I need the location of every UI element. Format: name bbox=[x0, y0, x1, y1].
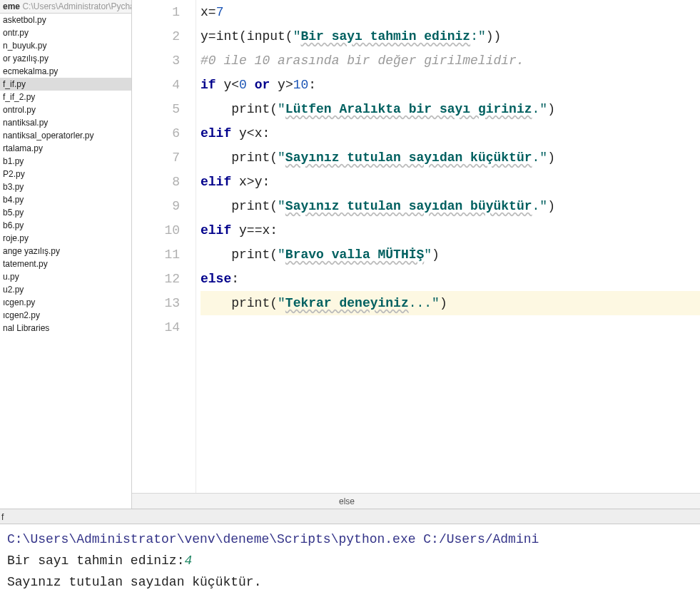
code-line[interactable]: y=int(input("Bir sayı tahmin ediniz:")) bbox=[201, 24, 700, 49]
console-user-input: 4 bbox=[184, 554, 192, 568]
file-item[interactable]: u.py bbox=[0, 270, 131, 283]
run-tab-bar[interactable]: f bbox=[0, 509, 700, 524]
code-line[interactable]: elif y==x: bbox=[201, 218, 700, 243]
project-sidebar: eme C:\Users\Administrator\Pycha asketbo… bbox=[0, 0, 132, 509]
file-item[interactable]: ontr.py bbox=[0, 26, 131, 39]
code-line[interactable]: #0 ile 10 arasında bir değer girilmelidi… bbox=[201, 49, 700, 73]
file-item[interactable]: ontrol.py bbox=[0, 103, 131, 116]
console-prompt: Bir sayı tahmin ediniz: bbox=[7, 554, 184, 568]
code-line[interactable]: print("Tekrar deneyiniz...") bbox=[201, 291, 700, 315]
code-line[interactable]: else: bbox=[201, 267, 700, 291]
file-item[interactable]: b6.py bbox=[0, 219, 131, 232]
console-output-line: Sayınız tutulan sayıdan küçüktür. bbox=[7, 571, 693, 593]
editor-area: 1234567891011121314 x=7y=int(input("Bir … bbox=[132, 0, 700, 509]
file-item[interactable]: P2.py bbox=[0, 168, 131, 180]
line-number: 12 bbox=[132, 267, 180, 291]
console-output[interactable]: C:\Users\Administrator\venv\deneme\Scrip… bbox=[0, 524, 700, 607]
line-number: 5 bbox=[132, 97, 180, 121]
code-line[interactable]: elif y<x: bbox=[201, 121, 700, 146]
code-line[interactable]: if y<0 or y>10: bbox=[201, 73, 700, 97]
project-path: C:\Users\Administrator\Pycha bbox=[22, 1, 132, 11]
code-line[interactable] bbox=[201, 315, 700, 340]
line-number: 1 bbox=[132, 0, 180, 24]
code-line[interactable]: x=7 bbox=[201, 0, 700, 24]
file-item[interactable]: nantiksal.py bbox=[0, 116, 131, 129]
console-prompt-line: Bir sayı tahmin ediniz:4 bbox=[7, 550, 693, 571]
file-item[interactable]: or yazılış.py bbox=[0, 52, 131, 65]
line-number: 2 bbox=[132, 24, 180, 49]
code-line[interactable]: print("Bravo valla MÜTHİŞ") bbox=[201, 243, 700, 267]
code-content[interactable]: x=7y=int(input("Bir sayı tahmin ediniz:"… bbox=[196, 0, 700, 493]
console-command: C:\Users\Administrator\venv\deneme\Scrip… bbox=[7, 529, 693, 550]
file-item[interactable]: ıcgen2.py bbox=[0, 309, 131, 322]
code-line[interactable]: print("Sayınız tutulan sayıdan büyüktür.… bbox=[201, 194, 700, 218]
code-editor[interactable]: 1234567891011121314 x=7y=int(input("Bir … bbox=[132, 0, 700, 493]
breadcrumb-item[interactable]: else bbox=[339, 496, 355, 506]
project-name: eme bbox=[3, 1, 20, 11]
sidebar-header: eme C:\Users\Administrator\Pycha bbox=[0, 0, 131, 14]
line-number: 14 bbox=[132, 315, 180, 340]
breadcrumb-bar[interactable]: else bbox=[132, 493, 700, 509]
code-line[interactable]: elif x>y: bbox=[201, 170, 700, 194]
file-item[interactable]: f_if_2.py bbox=[0, 91, 131, 103]
file-item[interactable]: nantiksal_operatorler.py bbox=[0, 129, 131, 142]
file-item[interactable]: nal Libraries bbox=[0, 322, 131, 335]
line-number: 10 bbox=[132, 218, 180, 243]
file-item[interactable]: b4.py bbox=[0, 193, 131, 206]
file-item[interactable]: f_if.py bbox=[0, 78, 131, 91]
file-item[interactable]: b1.py bbox=[0, 155, 131, 168]
code-line[interactable]: print("Sayınız tutulan sayıdan küçüktür.… bbox=[201, 146, 700, 170]
file-item[interactable]: roje.py bbox=[0, 232, 131, 245]
line-number: 11 bbox=[132, 243, 180, 267]
run-tab[interactable]: f bbox=[1, 512, 4, 522]
file-item[interactable]: u2.py bbox=[0, 283, 131, 296]
line-number: 7 bbox=[132, 146, 180, 170]
file-item[interactable]: b5.py bbox=[0, 206, 131, 219]
file-item[interactable]: ecmekalma.py bbox=[0, 65, 131, 78]
line-number: 9 bbox=[132, 194, 180, 218]
file-item[interactable]: n_buyuk.py bbox=[0, 39, 131, 52]
line-gutter: 1234567891011121314 bbox=[132, 0, 196, 493]
main-split: eme C:\Users\Administrator\Pycha asketbo… bbox=[0, 0, 700, 509]
line-number: 4 bbox=[132, 73, 180, 97]
code-line[interactable]: print("Lütfen Aralıkta bir sayı giriniz.… bbox=[201, 97, 700, 121]
line-number: 8 bbox=[132, 170, 180, 194]
line-number: 3 bbox=[132, 49, 180, 73]
file-item[interactable]: rtalama.py bbox=[0, 142, 131, 155]
file-item[interactable]: b3.py bbox=[0, 180, 131, 193]
file-list[interactable]: asketbol.pyontr.pyn_buyuk.pyor yazılış.p… bbox=[0, 14, 131, 509]
file-item[interactable]: asketbol.py bbox=[0, 14, 131, 26]
line-number: 6 bbox=[132, 121, 180, 146]
file-item[interactable]: ıcgen.py bbox=[0, 296, 131, 309]
line-number: 13 bbox=[132, 291, 180, 315]
file-item[interactable]: tatement.py bbox=[0, 257, 131, 270]
file-item[interactable]: ange yazılış.py bbox=[0, 245, 131, 257]
